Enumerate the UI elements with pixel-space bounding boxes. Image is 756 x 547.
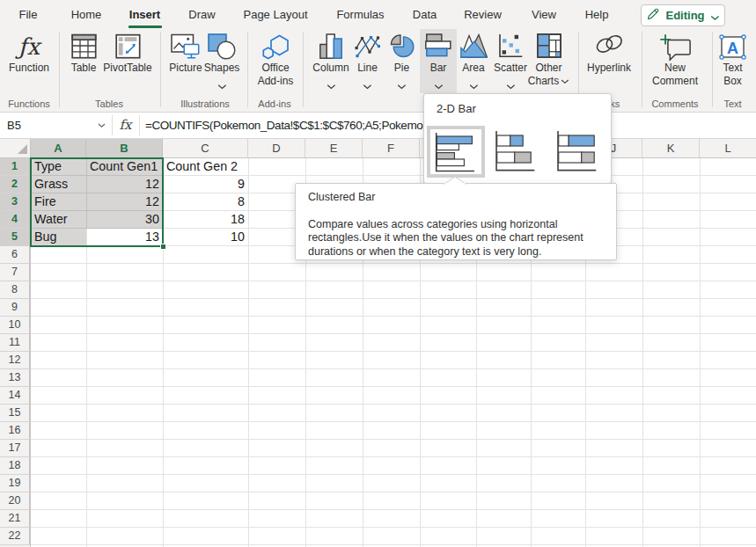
pivottable-button[interactable]: PivotTable — [100, 29, 155, 93]
clustered-bar-tooltip: Clustered Bar Compare values across cate… — [295, 183, 617, 260]
row-header-10[interactable]: 10 — [0, 317, 30, 334]
row-header-1[interactable]: 1 — [0, 158, 30, 176]
area-chart-icon — [457, 33, 490, 61]
ribbon-group-separator — [712, 32, 713, 107]
row-header-8[interactable]: 8 — [0, 281, 30, 299]
row-header-14[interactable]: 14 — [0, 387, 30, 405]
row-header-17[interactable]: 17 — [0, 440, 30, 457]
office-addins-button[interactable]: Office Add-ins — [250, 29, 301, 93]
ribbon-group-separator — [160, 32, 161, 107]
ribbon-group-separator — [642, 32, 642, 107]
menu-tab-insert[interactable]: Insert — [129, 0, 160, 28]
column-chart-button[interactable]: Column — [308, 29, 354, 93]
tooltip-beak — [444, 176, 466, 185]
clustered-bar-option[interactable] — [427, 126, 485, 178]
column-header-b[interactable]: B — [86, 139, 163, 157]
cell-c5[interactable]: 10 — [163, 229, 248, 246]
menu-tab-home[interactable]: Home — [71, 0, 102, 28]
row-header-12[interactable]: 12 — [0, 352, 30, 369]
formula-bar-divider — [139, 115, 140, 135]
row-header-13[interactable]: 13 — [0, 369, 30, 387]
column-headers: ABCDEFGHIJKL — [31, 139, 756, 158]
chevron-down-icon — [202, 77, 242, 83]
function-button[interactable]: ƒx Function — [0, 29, 58, 93]
new-comment-button[interactable]: New Comment — [648, 29, 702, 93]
row-header-9[interactable]: 9 — [0, 299, 30, 317]
column-header-a[interactable]: A — [31, 139, 86, 157]
row-header-15[interactable]: 15 — [0, 405, 30, 422]
row-header-5[interactable]: 5 — [0, 229, 30, 246]
other-charts-button[interactable]: Other Charts — [524, 29, 574, 93]
column-header-k[interactable]: K — [642, 139, 700, 157]
name-box[interactable]: B5 — [0, 113, 112, 138]
chevron-down-icon — [385, 77, 418, 83]
active-tab-underline — [128, 26, 162, 28]
line-chart-button-label: Line — [349, 62, 385, 75]
row-header-21[interactable]: 21 — [0, 510, 30, 528]
row-header-19[interactable]: 19 — [0, 475, 30, 492]
row-header-6[interactable]: 6 — [0, 246, 30, 264]
pivottable-button-label: PivotTable — [100, 62, 155, 75]
column-header-l[interactable]: L — [700, 139, 756, 157]
area-chart-button[interactable]: Area — [457, 29, 490, 93]
editing-mode-button[interactable]: Editing — [641, 4, 725, 26]
text-box-button[interactable]: A Text Box — [713, 29, 752, 93]
menu-tab-formulas[interactable]: Formulas — [336, 0, 384, 28]
office-addins-button-label: Office Add-ins — [253, 62, 298, 87]
column-header-e[interactable]: E — [305, 139, 363, 157]
select-all-corner[interactable] — [0, 139, 31, 158]
cell-c3[interactable]: 8 — [163, 193, 248, 211]
insert-function-button[interactable]: fx — [112, 113, 139, 138]
column-header-c[interactable]: C — [163, 139, 248, 157]
menu-tab-file[interactable]: File — [19, 0, 38, 28]
line-chart-button[interactable]: Line — [349, 29, 385, 93]
chevron-down-icon — [710, 9, 720, 25]
row-header-20[interactable]: 20 — [0, 492, 30, 510]
pie-chart-button[interactable]: Pie — [385, 29, 418, 93]
excel-web-app: FileHomeInsertDrawPage LayoutFormulasDat… — [0, 0, 756, 547]
cell-c4[interactable]: 18 — [163, 211, 248, 229]
column-header-d[interactable]: D — [248, 139, 305, 157]
menu-tab-review[interactable]: Review — [464, 0, 502, 28]
ribbon-group-label-text: Text — [723, 98, 741, 111]
menu-tab-page-layout[interactable]: Page Layout — [243, 0, 307, 28]
row-header-2[interactable]: 2 — [0, 176, 30, 193]
row-header-7[interactable]: 7 — [0, 264, 30, 281]
new-comment-button-label: New Comment — [649, 62, 701, 87]
shapes-button-label: Shapes — [202, 62, 242, 75]
office-addins-icon — [250, 33, 301, 61]
selection-fill-handle[interactable] — [160, 244, 166, 250]
cell-c1[interactable]: Count Gen 2 — [163, 158, 248, 176]
name-box-value: B5 — [7, 113, 21, 138]
chevron-down-icon — [420, 77, 457, 83]
hundred-percent-stacked-bar-option[interactable] — [554, 126, 603, 176]
pie-chart-icon — [385, 33, 418, 61]
other-charts-button-label: Other Charts — [525, 62, 573, 87]
menu-tab-data[interactable]: Data — [413, 0, 437, 28]
new-comment-icon — [648, 33, 702, 61]
row-header-16[interactable]: 16 — [0, 422, 30, 440]
hyperlink-button[interactable]: Hyperlink — [580, 29, 638, 93]
bar-chart-button[interactable]: Bar — [420, 29, 457, 93]
menu-tab-help[interactable]: Help — [585, 0, 609, 28]
column-header-f[interactable]: F — [363, 139, 420, 157]
row-header-3[interactable]: 3 — [0, 193, 30, 211]
ribbon-chrome: FileHomeInsertDrawPage LayoutFormulasDat… — [0, 0, 756, 113]
ribbon-group-label-illustrations: Illustrations — [180, 98, 230, 111]
formula-bar: B5 fx =COUNTIFS(Pokemon_Data!$C$1:$C$760… — [0, 113, 756, 139]
menu-tab-view[interactable]: View — [532, 0, 556, 28]
stacked-bar-option[interactable] — [492, 126, 541, 176]
bar-chart-dropdown-panel: 2-D Bar — [423, 93, 612, 184]
shapes-button[interactable]: Shapes — [202, 29, 242, 93]
grid-vline — [700, 158, 701, 547]
row-header-18[interactable]: 18 — [0, 457, 30, 475]
pivottable-icon — [100, 33, 155, 61]
row-header-22[interactable]: 22 — [0, 528, 30, 545]
ribbon-group-separator — [59, 32, 60, 107]
cell-c2[interactable]: 9 — [163, 176, 248, 193]
chevron-down-icon[interactable] — [98, 123, 106, 128]
menu-tab-draw[interactable]: Draw — [188, 0, 215, 28]
row-header-4[interactable]: 4 — [0, 211, 30, 229]
row-header-11[interactable]: 11 — [0, 334, 30, 352]
table-button[interactable]: Table — [63, 29, 104, 93]
